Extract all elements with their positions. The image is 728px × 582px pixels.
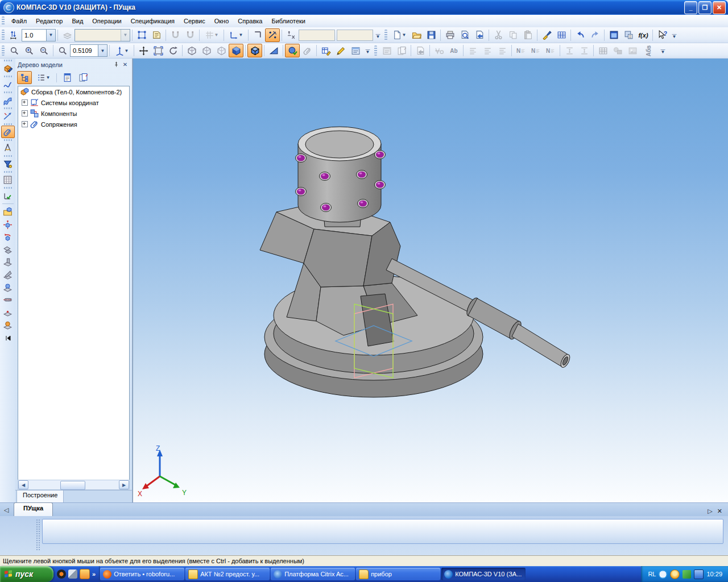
send-task-button[interactable] — [472, 28, 487, 42]
surfaces-panel-icon[interactable] — [1, 94, 15, 106]
menu-libraries[interactable]: Библиотеки — [267, 16, 310, 26]
step-combo[interactable]: 1.0 ▼ — [22, 29, 56, 41]
menu-view[interactable]: Вид — [67, 16, 88, 26]
hidden-thin-mode-button[interactable] — [214, 44, 229, 57]
expand-plus-icon[interactable] — [22, 121, 28, 127]
copy-properties-button[interactable] — [539, 28, 554, 42]
snap-document-icon[interactable] — [149, 28, 164, 42]
task-kompas[interactable]: КОМПАС-3D V10 (ЗА... — [441, 568, 526, 580]
menu-service[interactable]: Сервис — [179, 16, 210, 26]
pin-icon[interactable] — [111, 60, 121, 69]
task-citrix[interactable]: Платформа Citrix Ac... — [271, 568, 355, 580]
spatial-curves-panel-icon[interactable] — [1, 78, 15, 90]
simplified-display-button[interactable] — [285, 44, 300, 57]
start-button[interactable]: пуск — [0, 566, 53, 582]
standard-toolbar-overflow[interactable]: —▼ — [671, 28, 678, 42]
tab-close-icon[interactable]: ✕ — [717, 508, 722, 515]
cannon-top-cylinder[interactable] — [298, 127, 381, 227]
zoom-area-button[interactable] — [7, 44, 22, 57]
antivirus-tray-icon[interactable] — [682, 570, 691, 579]
panel-expand-arrow[interactable] — [3, 334, 13, 342]
params-toolbar-grip[interactable] — [2, 30, 5, 40]
quick-launch-3-icon[interactable] — [80, 569, 90, 579]
viewport-3d[interactable]: Z X Y — [133, 59, 728, 502]
expand-plus-icon[interactable] — [22, 99, 28, 106]
hidden-lines-mode-button[interactable] — [199, 44, 214, 57]
snap-geometry-icon[interactable] — [134, 28, 149, 42]
mates-panel-icon[interactable] — [1, 126, 15, 138]
quick-launch-2-icon[interactable] — [68, 569, 77, 579]
tree-item-mates[interactable]: Сопряжения — [18, 119, 129, 130]
parallel-mate-button[interactable] — [1, 243, 15, 256]
zoom-by-scale-button[interactable] — [55, 44, 70, 57]
task-folder[interactable]: прибор — [356, 568, 440, 580]
sphere-mate-button[interactable] — [1, 318, 15, 331]
menu-operations[interactable]: Операции — [88, 16, 126, 26]
standard-toolbar-grip[interactable] — [384, 30, 387, 40]
step-combo-drop[interactable]: ▼ — [46, 30, 55, 41]
task-mail[interactable]: АКТ №2 предост. у... — [185, 568, 270, 580]
orientation-button[interactable]: ▼ — [111, 44, 132, 57]
tree-report-2-button[interactable] — [76, 71, 90, 84]
zoom-out-button[interactable] — [36, 44, 51, 57]
tab-scroll-left-icon[interactable]: ◁ — [1, 504, 11, 516]
shaded-edges-mode-button[interactable] — [247, 44, 262, 57]
display-tray-icon[interactable] — [694, 569, 704, 579]
fit-all-button[interactable] — [151, 44, 166, 57]
view-toolbar-grip[interactable] — [2, 45, 5, 56]
cannon-model[interactable]: Z X Y — [133, 59, 728, 502]
auxiliary-geometry-panel-icon[interactable] — [1, 110, 15, 122]
perspective-button[interactable] — [266, 44, 281, 57]
model-tree[interactable]: Сборка (Тел-0, Компонентов-2) Системы ко… — [18, 86, 130, 481]
expand-plus-icon[interactable] — [22, 110, 28, 117]
quick-launch-1-icon[interactable] — [57, 569, 66, 579]
menu-edit[interactable]: Редактор — [31, 16, 67, 26]
tree-horizontal-scrollbar[interactable]: ◀ ▶ — [18, 480, 130, 490]
variables-window-button[interactable] — [606, 28, 621, 42]
clock-tray-icon[interactable] — [670, 569, 680, 579]
save-button[interactable] — [424, 28, 439, 42]
format-toolbar-grip[interactable] — [374, 45, 377, 56]
open-document-button[interactable] — [409, 28, 424, 42]
specification-panel-icon[interactable] — [1, 173, 15, 186]
shaded-mode-button[interactable] — [229, 44, 243, 57]
task-firefox[interactable]: Ответить • roboforu... — [100, 568, 184, 580]
print-preview-button[interactable] — [457, 28, 472, 42]
perpendicular-mate-button[interactable] — [1, 256, 15, 268]
rotate-component-button[interactable] — [1, 231, 15, 243]
local-cs-icon[interactable]: ▼ — [226, 28, 246, 42]
calculator-button[interactable] — [621, 28, 636, 42]
tree-root-item[interactable]: Сборка (Тел-0, Компонентов-2) — [18, 86, 129, 97]
tree-structure-view-button[interactable] — [17, 71, 32, 84]
new-document-button[interactable]: ▼ — [390, 28, 409, 42]
coaxial-mate-button[interactable] — [1, 293, 15, 306]
menu-grip[interactable] — [2, 16, 5, 25]
view-toolbar-overflow[interactable]: —▼ — [364, 44, 371, 57]
tree-tab-construction[interactable]: Построение — [16, 490, 64, 502]
form-window-button[interactable] — [348, 44, 363, 57]
scroll-right-arrow[interactable]: ▶ — [119, 480, 129, 489]
document-tab[interactable]: ПУщка — [14, 502, 53, 517]
rotate-view-button[interactable] — [166, 44, 180, 57]
hide-icons-icon[interactable] — [659, 570, 667, 579]
undo-button[interactable] — [573, 28, 588, 42]
format-toolbar-overflow[interactable]: —▼ — [659, 44, 667, 57]
snaps-toggle-icon[interactable] — [265, 28, 280, 42]
move-component-button[interactable] — [1, 218, 15, 231]
scroll-left-arrow[interactable]: ◀ — [18, 480, 28, 489]
zoom-in-button[interactable] — [22, 44, 36, 57]
language-indicator[interactable]: RL — [648, 571, 656, 577]
close-panel-icon[interactable]: ✕ — [121, 60, 130, 69]
print-button[interactable] — [442, 28, 457, 42]
ortho-mode-icon[interactable] — [250, 28, 265, 42]
add-component-from-file-button[interactable] — [1, 206, 15, 218]
scale-combo[interactable]: 0.5109 ▼ — [70, 44, 107, 57]
tree-composition-view-button[interactable]: ▼ — [33, 71, 53, 84]
menu-specification[interactable]: Спецификация — [126, 16, 179, 26]
angle-mate-button[interactable] — [1, 268, 15, 281]
edit-part-panel-icon[interactable] — [1, 62, 15, 74]
cursor-step-icon[interactable] — [7, 28, 22, 42]
pan-button[interactable] — [136, 44, 151, 57]
wireframe-mode-button[interactable] — [184, 44, 199, 57]
fx-variables-button[interactable]: f(x) — [636, 28, 651, 42]
